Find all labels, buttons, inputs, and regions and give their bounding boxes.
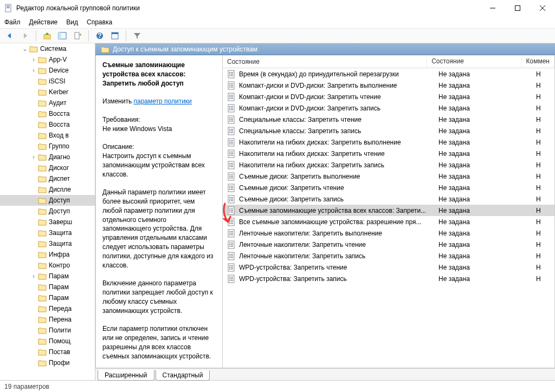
policy-state: Не задана [434, 104, 532, 112]
menu-help[interactable]: Справка [87, 18, 112, 26]
policy-state: Не задана [434, 252, 532, 260]
policy-row[interactable]: Накопители на гибких дисках: Запретить з… [223, 159, 554, 171]
policy-row[interactable]: Все съемные запоминающие устройства: раз… [223, 216, 554, 227]
svg-rect-113 [231, 223, 233, 224]
svg-rect-117 [229, 233, 230, 234]
forward-button[interactable] [18, 29, 31, 42]
policy-row[interactable]: WPD-устройства: Запретить чтениеНе задан… [223, 262, 554, 273]
policy-row[interactable]: Ленточные накопители: Запретить чтениеНе… [223, 239, 554, 250]
tree-item[interactable]: Полити [0, 325, 95, 336]
tree-item[interactable]: ›Диагно [0, 152, 95, 162]
tree-item[interactable]: Kerber [0, 87, 95, 97]
policy-state: Не задана [434, 195, 532, 203]
tree-item[interactable]: ›App-V [0, 54, 95, 65]
tree-item[interactable]: Вход в [0, 130, 95, 141]
tree-item[interactable]: Диспле [0, 184, 95, 195]
svg-rect-5 [515, 6, 520, 11]
tree-item[interactable]: ›Парам [0, 271, 95, 282]
edit-policy-link[interactable]: параметр политики [133, 97, 191, 105]
policy-row[interactable]: Съемные диски: Запретить чтениеНе задана… [223, 182, 554, 193]
policy-row[interactable]: Компакт-диски и DVD-диски: Запретить чте… [223, 91, 554, 102]
tree-item[interactable]: Доступ [0, 206, 95, 217]
tree-item[interactable]: Переда [0, 303, 95, 314]
policy-name: Компакт-диски и DVD-диски: Запретить вып… [239, 82, 397, 89]
column-state[interactable]: Состояние [427, 55, 521, 68]
tree-scroll[interactable]: ⌄Система›App-V›DeviceiSCSIKerberАудитВос… [0, 43, 95, 380]
policy-row[interactable]: Съемные диски: Запретить выполнениеНе за… [223, 171, 554, 182]
tree-item[interactable]: Аудит [0, 97, 95, 108]
column-comment[interactable]: Коммен [522, 55, 554, 68]
expand-icon[interactable]: › [30, 153, 37, 161]
menubar: Файл Действие Вид Справка [0, 16, 555, 28]
policy-row[interactable]: Съемные диски: Запретить записьНе задана… [223, 193, 554, 205]
tree-item-system[interactable]: ⌄Система [0, 43, 95, 54]
maximize-button[interactable] [505, 0, 530, 16]
filter-button[interactable] [131, 29, 144, 42]
tree-item[interactable]: Диспет [0, 173, 95, 184]
tree-item[interactable]: Доступ [0, 195, 95, 206]
tree-item[interactable]: Инфра [0, 249, 95, 260]
back-button[interactable] [3, 29, 16, 42]
close-button[interactable] [530, 0, 555, 16]
svg-rect-28 [229, 87, 230, 88]
properties-button[interactable] [108, 29, 121, 42]
tree-item[interactable]: ›Device [0, 65, 95, 76]
expand-icon[interactable]: › [30, 67, 37, 74]
expand-icon[interactable]: › [30, 56, 37, 63]
tree-item[interactable]: Восста [0, 119, 95, 130]
svg-rect-141 [231, 269, 233, 270]
tree-item[interactable]: iSCSI [0, 76, 95, 87]
tree-item[interactable]: Перена [0, 314, 95, 325]
policy-comment: Н [532, 264, 554, 271]
column-name[interactable]: Состояние [223, 55, 427, 68]
tree-label: Профи [49, 359, 70, 367]
list-rows[interactable]: Время (в секундах) до принудительной пер… [223, 68, 554, 368]
tree-item[interactable]: Помощ [0, 336, 95, 347]
tree-item[interactable]: Контро [0, 260, 95, 271]
expand-icon[interactable]: › [30, 272, 37, 280]
export-button[interactable] [71, 29, 84, 42]
tree-item[interactable]: Парам [0, 292, 95, 303]
show-hide-tree-button[interactable] [56, 29, 69, 42]
policy-name: Ленточные накопители: Запретить выполнен… [239, 230, 382, 237]
tree-label: Парам [49, 272, 69, 280]
policy-row[interactable]: Съемные запоминающие устройства всех кла… [223, 205, 554, 216]
tree-item[interactable]: Профи [0, 357, 95, 368]
svg-rect-55 [231, 130, 233, 132]
tab-extended[interactable]: Расширенный [98, 370, 154, 381]
svg-rect-98 [229, 200, 230, 201]
tab-standard[interactable]: Стандартный [156, 370, 210, 381]
menu-action[interactable]: Действие [29, 18, 58, 26]
tree-item[interactable]: Парам [0, 282, 95, 292]
menu-file[interactable]: Файл [4, 18, 21, 26]
svg-rect-85 [231, 178, 233, 179]
tree-item[interactable]: Защита [0, 238, 95, 249]
up-button[interactable] [41, 29, 54, 42]
policy-row[interactable]: Компакт-диски и DVD-диски: Запретить зап… [223, 102, 554, 114]
tree-item[interactable]: Защита [0, 227, 95, 238]
policy-row[interactable]: WPD-устройства: Запретить записьНе задан… [223, 273, 554, 284]
tree-item[interactable]: Группо [0, 141, 95, 152]
policy-row[interactable]: Время (в секундах) до принудительной пер… [223, 68, 554, 80]
tree-item[interactable]: Заверш [0, 217, 95, 227]
tree-item[interactable]: Восста [0, 108, 95, 119]
policy-comment: Н [532, 173, 554, 180]
help-button[interactable]: ? [93, 29, 106, 42]
policy-row[interactable]: Ленточные накопители: Запретить записьНе… [223, 250, 554, 262]
menu-view[interactable]: Вид [66, 18, 78, 26]
policy-row[interactable]: Компакт-диски и DVD-диски: Запретить вып… [223, 80, 554, 91]
requirements-text: Не ниже Windows Vista [102, 125, 172, 133]
policy-row[interactable]: Ленточные накопители: Запретить выполнен… [223, 227, 554, 239]
tree-item[interactable]: Постав [0, 347, 95, 357]
policy-row[interactable]: Специальные классы: Запретить чтениеНе з… [223, 114, 554, 125]
policy-row[interactable]: Специальные классы: Запретить записьНе з… [223, 125, 554, 136]
minimize-button[interactable] [480, 0, 505, 16]
policy-state: Не задана [434, 161, 532, 169]
tree-item[interactable]: Диског [0, 162, 95, 173]
app-icon [4, 4, 13, 12]
policy-row[interactable]: Накопители на гибких дисках: Запретить ч… [223, 148, 554, 159]
svg-rect-11 [75, 32, 79, 39]
collapse-icon[interactable]: ⌄ [22, 45, 28, 53]
policy-row[interactable]: Накопители на гибких дисках: Запретить в… [223, 136, 554, 148]
tree-label: Постав [49, 348, 70, 356]
